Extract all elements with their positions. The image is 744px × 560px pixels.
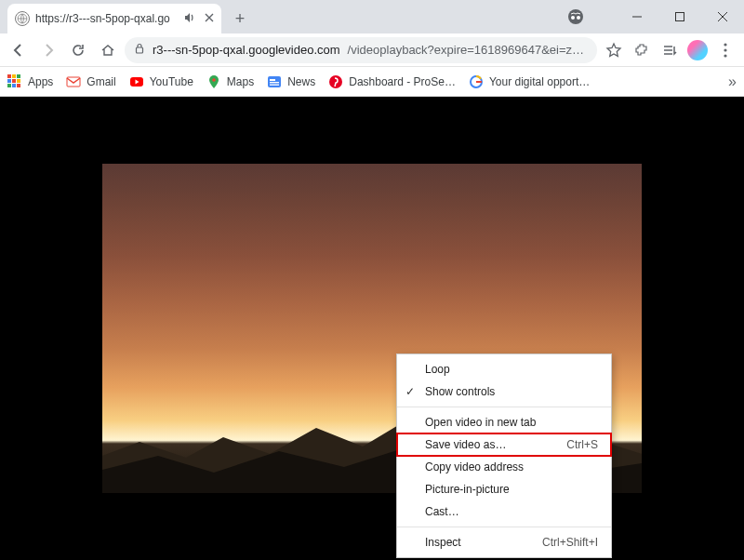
url-host: r3---sn-5pop-qxal.googlevideo.com <box>153 43 340 57</box>
browser-toolbar: r3---sn-5pop-qxal.googlevideo.com/videop… <box>0 33 744 67</box>
nav-forward-button[interactable] <box>35 37 61 63</box>
bookmark-label: Gmail <box>86 75 115 88</box>
bookmark-apps[interactable]: Apps <box>7 74 53 89</box>
ctx-cast[interactable]: Cast… <box>397 500 611 523</box>
bookmark-label: Your digital opport… <box>489 75 590 88</box>
menu-separator <box>397 407 611 407</box>
ctx-open-new-tab[interactable]: Open video in new tab <box>397 411 611 433</box>
page-content: Loop ✓ Show controls Open video in new t… <box>0 97 744 560</box>
check-icon: ✓ <box>405 385 415 398</box>
address-bar[interactable]: r3---sn-5pop-qxal.googlevideo.com/videop… <box>125 37 597 63</box>
url-path: /videoplayback?expire=1618969647&ei=z… <box>348 43 584 57</box>
window-close-button[interactable] <box>701 0 744 33</box>
news-icon <box>267 74 282 89</box>
ctx-item-shortcut: Ctrl+Shift+I <box>542 536 598 549</box>
svg-point-10 <box>212 78 216 82</box>
window-minimize-button[interactable] <box>616 0 658 33</box>
nav-reload-button[interactable] <box>65 37 91 63</box>
bookmark-news[interactable]: News <box>267 74 315 89</box>
bookmark-label: YouTube <box>150 75 193 88</box>
svg-rect-4 <box>137 47 143 53</box>
ctx-show-controls[interactable]: ✓ Show controls <box>397 380 611 403</box>
youtube-icon <box>129 74 144 89</box>
svg-point-2 <box>571 16 575 20</box>
gmail-icon <box>66 74 81 89</box>
ctx-item-label: Picture-in-picture <box>425 483 510 496</box>
ctx-item-label: Loop <box>425 363 450 376</box>
window-maximize-button[interactable] <box>658 0 701 33</box>
globe-icon <box>15 11 30 26</box>
video-context-menu: Loop ✓ Show controls Open video in new t… <box>396 353 612 558</box>
bookmark-youtube[interactable]: YouTube <box>129 74 193 89</box>
svg-point-15 <box>329 75 342 88</box>
ctx-save-video-as[interactable]: Save video as… Ctrl+S <box>397 433 611 456</box>
maps-icon <box>206 74 221 89</box>
svg-point-1 <box>568 9 583 24</box>
lock-icon <box>134 43 145 57</box>
ctx-item-label: Save video as… <box>425 438 506 451</box>
ctx-item-label: Cast… <box>425 505 459 518</box>
nav-home-button[interactable] <box>95 37 121 63</box>
chrome-menu-icon[interactable] <box>712 37 738 63</box>
svg-point-6 <box>724 48 726 51</box>
bookmark-maps[interactable]: Maps <box>206 74 254 89</box>
ctx-item-label: Copy video address <box>425 460 524 473</box>
new-tab-button[interactable]: + <box>227 6 253 32</box>
bookmarks-bar: Apps Gmail YouTube Maps News Dashboard -… <box>0 67 744 97</box>
ctx-item-label: Open video in new tab <box>425 416 536 429</box>
bookmark-label: Dashboard - ProSe… <box>349 75 456 88</box>
svg-rect-13 <box>270 82 279 83</box>
tab-close-icon[interactable] <box>205 12 214 25</box>
apps-grid-icon <box>7 74 22 89</box>
browser-tab[interactable]: https://r3---sn-5pop-qxal.go <box>7 4 221 33</box>
svg-rect-8 <box>67 77 80 87</box>
extensions-icon[interactable] <box>629 37 655 63</box>
tab-audio-icon[interactable] <box>182 10 197 28</box>
ctx-loop[interactable]: Loop <box>397 358 611 380</box>
reading-list-icon[interactable] <box>657 37 683 63</box>
ctx-picture-in-picture[interactable]: Picture-in-picture <box>397 478 611 500</box>
svg-point-7 <box>724 54 726 57</box>
bookmarks-overflow-icon[interactable]: » <box>728 73 737 90</box>
menu-separator <box>397 527 611 527</box>
ctx-item-label: Inspect <box>425 536 461 549</box>
svg-rect-12 <box>270 79 275 81</box>
browser-titlebar: https://r3---sn-5pop-qxal.go + <box>0 0 744 33</box>
bookmark-label: Apps <box>28 75 53 88</box>
profile-avatar[interactable] <box>684 37 711 63</box>
bookmark-digital-opport[interactable]: Your digital opport… <box>469 74 590 89</box>
tab-title: https://r3---sn-5pop-qxal.go <box>35 12 177 25</box>
ctx-item-label: Show controls <box>425 385 495 398</box>
ctx-copy-video-address[interactable]: Copy video address <box>397 456 611 478</box>
bookmark-label: News <box>287 75 315 88</box>
svg-rect-14 <box>270 84 279 85</box>
nav-back-button[interactable] <box>6 37 32 63</box>
ctx-inspect[interactable]: Inspect Ctrl+Shift+I <box>397 531 611 553</box>
bookmark-gmail[interactable]: Gmail <box>66 74 115 89</box>
svg-point-5 <box>724 43 726 46</box>
pinterest-icon <box>328 74 343 89</box>
google-g-icon <box>469 74 484 89</box>
bookmark-dashboard[interactable]: Dashboard - ProSe… <box>328 74 456 89</box>
bookmark-star-icon[interactable] <box>601 37 627 63</box>
ctx-item-shortcut: Ctrl+S <box>566 438 598 451</box>
svg-point-3 <box>577 16 580 20</box>
incognito-icon <box>554 0 597 33</box>
bookmark-label: Maps <box>227 75 254 88</box>
